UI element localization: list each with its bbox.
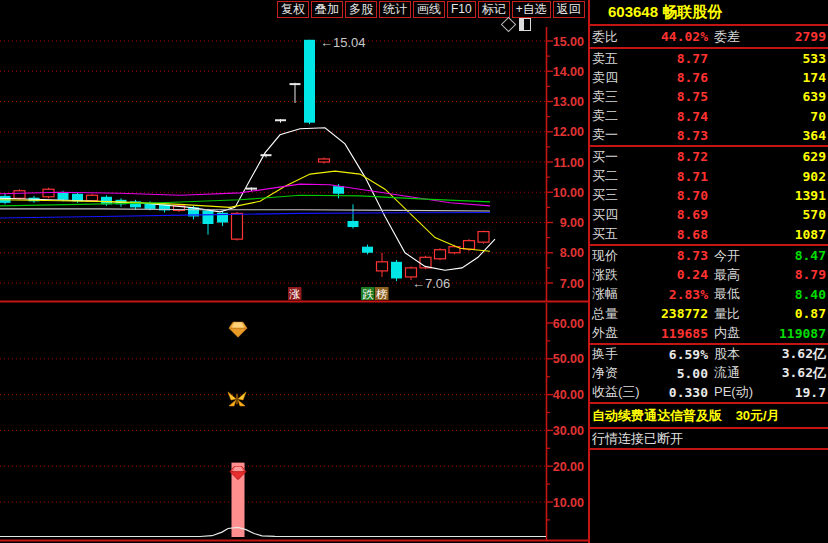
candle-body [87,195,98,200]
quote-value: 238772 [642,306,708,321]
toolbar-button-多股[interactable]: 多股 [345,1,377,18]
rank-tags: 涨跌榜 [288,287,389,300]
candle [203,209,214,235]
bid-label: 买一 [592,148,642,166]
toolbar-button-F10[interactable]: F10 [447,1,476,18]
ask-volume: 639 [708,89,826,104]
rank-tag-label[interactable]: 跌 [362,288,374,300]
candle [391,260,402,281]
toolbar-button-复权[interactable]: 复权 [277,1,309,18]
subscription-notice[interactable]: 自动续费通达信普及版 30元/月 [590,404,828,429]
rank-tag[interactable]: 跌 [361,287,375,300]
rank-tag-label[interactable]: 涨 [289,288,300,300]
toolbar-button-标记[interactable]: 标记 [478,1,510,18]
bid-price: 8.72 [642,149,708,164]
candle [275,119,286,123]
rank-tag-label[interactable]: 榜 [376,288,387,300]
stock-title: 603648 畅联股份 [590,0,828,26]
bid-price: 8.71 [642,169,708,184]
bid-price: 8.70 [642,188,708,203]
candle-body [333,186,344,194]
wing [238,392,246,400]
ask-volume: 70 [708,109,826,124]
candle [130,200,141,210]
tdx-stock-screen: 15.0014.0013.0012.0011.0010.009.008.007.… [0,0,828,543]
ma-yellow [0,171,490,251]
fin-row: 收益(三)0.330PE(动)19.7 [590,383,828,402]
ask-label: 卖五 [592,50,642,68]
bid-row: 买二8.71902 [590,166,828,185]
quote-label: 最高 [708,266,768,284]
toolbar-button-叠加[interactable]: 叠加 [311,1,343,18]
quote-label: 涨跌 [592,266,642,284]
ask-label: 卖三 [592,88,642,106]
indicator-axis-label: 40.00 [553,388,584,402]
indicator-axis-label: 10.00 [553,496,584,510]
quote-value: 119087 [768,326,826,341]
weibi-value: 44.02% [642,29,708,44]
toolbar-button-统计[interactable]: 统计 [379,1,411,18]
price-axis-label: 8.00 [560,246,584,260]
quote-row: 总量238772量比0.87 [590,304,828,323]
connection-status: 行情连接已断开 [590,429,828,450]
indicator-markers [228,322,247,480]
candle-body [435,250,446,259]
candle-body [101,197,112,205]
toolbar-button-+自选[interactable]: +自选 [512,1,551,18]
candle [478,231,489,244]
ask-row: 卖三8.75639 [590,87,828,106]
ask-price: 8.73 [642,128,708,143]
rank-tag[interactable]: 榜 [375,287,389,300]
candle-body [464,241,475,249]
rank-tag[interactable]: 涨 [288,287,302,300]
fin-value: 0.330 [642,385,708,400]
bid-levels: 买一8.72629买二8.71902买三8.701391买四8.69570买五8… [590,147,828,246]
quote-label: 内盘 [708,324,768,342]
bid-volume: 629 [708,149,826,164]
bid-price: 8.68 [642,227,708,242]
price-axis-label: 12.00 [553,125,584,139]
gem-pavilion [229,328,247,337]
wing [238,400,245,406]
ask-row: 卖四8.76174 [590,68,828,87]
candle [290,83,301,103]
toolbar-button-返回[interactable]: 返回 [553,1,585,18]
diamond-icon[interactable] [501,17,517,33]
ask-label: 卖四 [592,69,642,87]
quote-label: 今开 [708,247,768,265]
page-icon[interactable] [519,18,531,31]
candle-body [203,210,214,224]
bid-row: 买一8.72629 [590,147,828,166]
quote-label: 现价 [592,247,642,265]
gold-gem-marker [229,322,247,337]
candles [0,40,489,281]
candle [435,248,446,260]
ma-blue [0,213,490,219]
stock-code: 603648 [608,3,658,20]
indicator-axis-label: 60.00 [553,317,584,331]
ma-gray [0,209,490,211]
fin-row: 净资5.00流通3.62亿 [590,364,828,383]
bid-row: 买四8.69570 [590,205,828,224]
quote-value: 8.40 [768,287,826,302]
price-axis-label: 7.00 [560,277,584,291]
candle [362,245,373,255]
ask-volume: 174 [708,70,826,85]
quote-label: 外盘 [592,324,642,342]
baseline-curve [0,527,546,536]
fin-value: 6.59% [642,347,708,362]
toolbar-button-画线[interactable]: 画线 [413,1,445,18]
bid-label: 买二 [592,167,642,185]
fundamental-stats: 换手6.59%股本3.62亿净资5.00流通3.62亿收益(三)0.330PE(… [590,345,828,404]
candlestick-and-indicator-chart: 15.0014.0013.0012.0011.0010.009.008.007.… [0,0,588,543]
price-axis-label: 15.00 [553,35,584,49]
indicator-gridlines [0,359,546,502]
price-axis: 15.0014.0013.0012.0011.0010.009.008.007.… [546,27,584,301]
quote-stats: 现价8.73今开8.47涨跌0.24最高8.79涨幅2.83%最低8.40总量2… [590,246,828,345]
ask-volume: 533 [708,51,826,66]
notice-text: 自动续费通达信普及版 [592,408,722,423]
annotations: ←15.04←7.06 [320,35,450,291]
quote-label: 最低 [708,285,768,303]
ask-label: 卖一 [592,126,642,144]
bid-volume: 570 [708,207,826,222]
